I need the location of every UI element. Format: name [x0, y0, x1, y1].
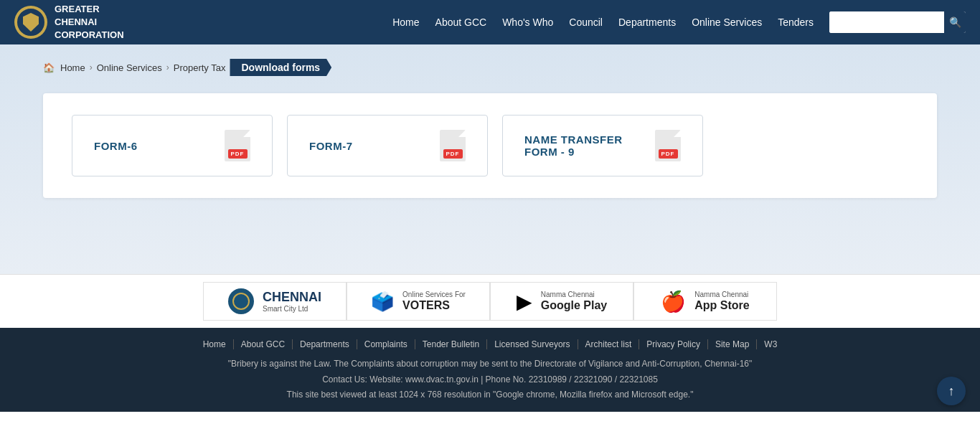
search-button[interactable]: 🔍	[944, 11, 966, 33]
voter-icon: 🗳️	[371, 291, 394, 313]
footer-privacy-policy[interactable]: Privacy Policy	[639, 339, 708, 349]
header-left: GREATER CHENNAI CORPORATION	[14, 3, 124, 42]
search-box: 🔍	[829, 11, 966, 33]
nav-whos-who[interactable]: Who's Who	[502, 16, 553, 28]
nav-about[interactable]: About GCC	[435, 16, 487, 28]
footer-tender-bulletin[interactable]: Tender Bulletin	[415, 339, 487, 349]
form-9-pdf-icon: PDF	[655, 130, 681, 161]
breadcrumb-active: Download forms	[230, 59, 331, 76]
smart-city-logo-icon	[228, 288, 254, 314]
breadcrumb: 🏠 Home › Online Services › Property Tax …	[43, 59, 937, 76]
voters-label: Online Services For	[402, 291, 466, 298]
breadcrumb-online-services[interactable]: Online Services	[97, 62, 162, 73]
form-9-title: NAME TRANSFER FORM - 9	[524, 133, 655, 158]
nav-departments[interactable]: Departments	[618, 16, 676, 28]
form-6-pdf-icon: PDF	[225, 130, 250, 161]
app-store-name: App Store	[694, 298, 749, 312]
google-play-text: Namma Chennai Google Play	[541, 291, 607, 312]
home-icon: 🏠	[43, 62, 55, 73]
footer-anti-bribery: "Bribery is against the Law. The Complai…	[14, 357, 966, 372]
separator-1: ›	[90, 62, 93, 72]
nav-online-services[interactable]: Online Services	[692, 16, 762, 28]
search-input[interactable]	[829, 11, 944, 33]
app-store-namma: Namma Chennai	[694, 291, 749, 298]
footer: Home About GCC Departments Complaints Te…	[0, 328, 980, 412]
footer-about[interactable]: About GCC	[234, 339, 293, 349]
footer-departments[interactable]: Departments	[293, 339, 357, 349]
main-nav: Home About GCC Who's Who Council Departm…	[392, 11, 966, 33]
forms-container: FORM-6 PDF FORM-7 PDF NAME TRANSFER FORM…	[43, 93, 937, 198]
smart-city-text: CHENNAI Smart City Ltd	[263, 290, 321, 313]
footer-complaints[interactable]: Complaints	[357, 339, 415, 349]
banner-area: 🏠 Home › Online Services › Property Tax …	[0, 44, 980, 274]
footer-licensed-surveyors[interactable]: Licensed Surveyors	[487, 339, 578, 349]
footer-contact: Contact Us: Website: www.dvac.tn.gov.in …	[14, 372, 966, 388]
voters-text: Online Services For VOTERS	[402, 291, 466, 312]
form-7-pdf-icon: PDF	[440, 130, 466, 161]
form-7-title: FORM-7	[309, 140, 353, 152]
header: GREATER CHENNAI CORPORATION Home About G…	[0, 0, 980, 44]
separator-2: ›	[166, 62, 169, 72]
google-play-name: Google Play	[541, 298, 607, 312]
footer-architect-list[interactable]: Architect list	[578, 339, 640, 349]
apple-icon: 🍎	[661, 290, 686, 313]
google-play-card[interactable]: ▶ Namma Chennai Google Play	[490, 282, 633, 321]
nav-tenders[interactable]: Tenders	[778, 16, 814, 28]
nav-home[interactable]: Home	[392, 16, 419, 28]
breadcrumb-property-tax[interactable]: Property Tax	[174, 62, 226, 73]
smart-city-sub: Smart City Ltd	[263, 305, 321, 313]
footer-w3[interactable]: W3	[757, 339, 784, 349]
header-title: GREATER CHENNAI CORPORATION	[55, 3, 124, 42]
google-play-namma: Namma Chennai	[541, 291, 607, 298]
form-card-9[interactable]: NAME TRANSFER FORM - 9 PDF	[502, 115, 703, 176]
breadcrumb-home[interactable]: Home	[60, 62, 85, 73]
scroll-top-button[interactable]: ↑	[937, 377, 966, 405]
form-card-7[interactable]: FORM-7 PDF	[287, 115, 488, 176]
form-card-6[interactable]: FORM-6 PDF	[72, 115, 273, 176]
voters-card[interactable]: 🗳️ Online Services For VOTERS	[347, 282, 490, 321]
app-store-text: Namma Chennai App Store	[694, 291, 749, 312]
chennai-smart-city-card[interactable]: CHENNAI Smart City Ltd	[203, 282, 347, 321]
voters-name: VOTERS	[402, 298, 466, 312]
footer-home[interactable]: Home	[196, 339, 234, 349]
nav-council[interactable]: Council	[569, 16, 603, 28]
form-6-title: FORM-6	[94, 140, 138, 152]
logo	[14, 6, 47, 39]
smart-city-name: CHENNAI	[263, 290, 321, 305]
google-play-icon: ▶	[517, 290, 532, 313]
apps-banner: CHENNAI Smart City Ltd 🗳️ Online Service…	[0, 274, 980, 328]
app-store-card[interactable]: 🍎 Namma Chennai App Store	[633, 282, 777, 321]
footer-resolution: This site best viewed at least 1024 x 76…	[14, 387, 966, 403]
footer-links: Home About GCC Departments Complaints Te…	[14, 339, 966, 349]
footer-site-map[interactable]: Site Map	[708, 339, 757, 349]
